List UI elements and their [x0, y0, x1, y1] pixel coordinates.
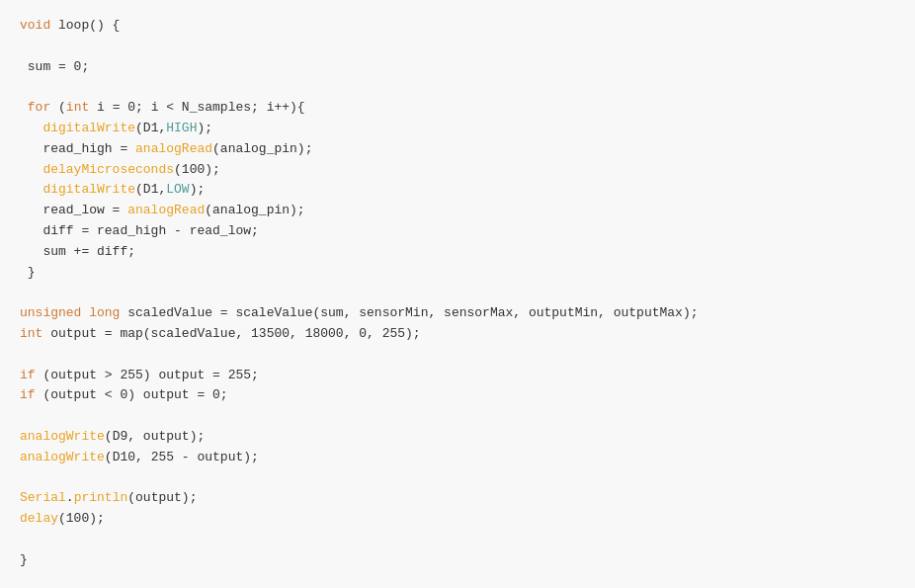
function-token: analogRead [127, 203, 205, 217]
code-line: for (int i = 0; i < N_samples; i++){ [20, 98, 895, 119]
code-line: } [20, 263, 895, 284]
function-token: delay [20, 511, 58, 526]
code-line: Serial.println(output); [20, 488, 895, 509]
code-line: } [20, 550, 895, 571]
code-line: analogWrite(D10, 255 - output); [20, 448, 895, 468]
code-line: delayMicroseconds(100); [20, 160, 895, 181]
code-line: sum += diff; [20, 242, 895, 263]
code-line: sum = 0; [20, 57, 895, 78]
function-token: digitalWrite [42, 121, 135, 135]
code-line: digitalWrite(D1,LOW); [20, 180, 895, 201]
code-line [20, 406, 895, 427]
code-line [20, 345, 895, 366]
function-token: analogWrite [20, 429, 105, 444]
code-line [20, 283, 895, 303]
code-line: unsigned long scaledValue = scaleValue(s… [20, 303, 895, 324]
code-line: read_high = analogRead(analog_pin); [20, 139, 895, 160]
code-line: diff = read_high - read_low; [20, 221, 895, 242]
keyword-token: int [66, 100, 89, 115]
code-line [20, 468, 895, 489]
code-line: if (output > 255) output = 255; [20, 366, 895, 386]
code-line [20, 530, 895, 550]
keyword-token: for [28, 100, 50, 115]
code-line [20, 37, 895, 57]
keyword-token: void [20, 18, 58, 33]
function-token: Serial [20, 490, 66, 505]
code-line: analogWrite(D9, output); [20, 427, 895, 448]
code-line: read_low = analogRead(analog_pin); [20, 201, 895, 221]
function-token: analogRead [135, 141, 212, 156]
code-line: if (output < 0) output = 0; [20, 385, 895, 406]
code-line: void loop() { [20, 16, 895, 37]
keyword-token: unsigned long [20, 305, 120, 320]
code-editor: void loop() { sum = 0; for (int i = 0; i… [0, 0, 915, 588]
code-line: digitalWrite(D1,HIGH); [20, 119, 895, 139]
keyword-token: if [20, 387, 36, 402]
function-token: digitalWrite [42, 182, 135, 197]
code-line [20, 77, 895, 98]
plain-token: loop() { [58, 18, 120, 33]
constant-token: HIGH [166, 121, 197, 135]
function-token: println [74, 490, 128, 505]
code-line: int output = map(scaledValue, 13500, 180… [20, 324, 895, 345]
function-token: delayMicroseconds [42, 162, 174, 177]
keyword-token: if [20, 368, 36, 382]
keyword-token: int [20, 326, 42, 341]
function-token: analogWrite [20, 450, 105, 464]
code-line: delay(100); [20, 509, 895, 530]
constant-token: LOW [166, 182, 189, 197]
